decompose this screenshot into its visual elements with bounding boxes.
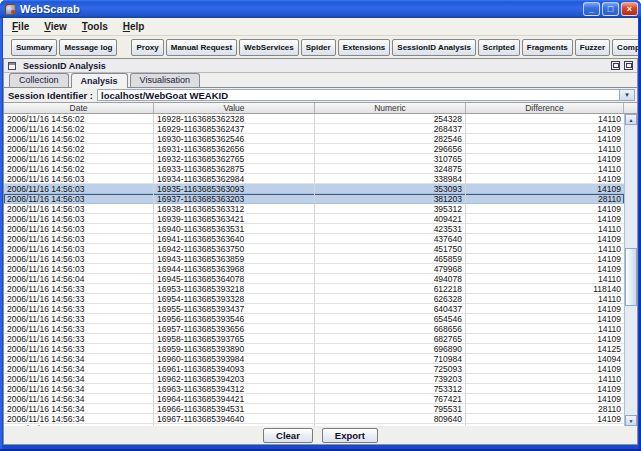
table-cell: 28110 <box>466 404 624 414</box>
vertical-scrollbar[interactable]: ▲ ▼ <box>624 114 637 426</box>
table-row[interactable]: 2006/11/16 14:56:0316934-116368536298433… <box>4 174 624 184</box>
table-row[interactable]: 2006/11/16 14:56:3416966-116368539453179… <box>4 404 624 414</box>
table-row[interactable]: 2006/11/16 14:56:3416962-116368539420373… <box>4 374 624 384</box>
table-row[interactable]: 2006/11/16 14:56:3416961-116368539409372… <box>4 364 624 374</box>
table-row[interactable]: 2006/11/16 14:56:0216931-116368536265629… <box>4 144 624 154</box>
action-button-bar: Clear Export <box>4 426 637 444</box>
table-row[interactable]: 2006/11/16 14:56:0316938-116368536331239… <box>4 204 624 214</box>
table-cell: 2006/11/16 14:56:03 <box>4 264 154 274</box>
toolbar-button-spider[interactable]: Spider <box>301 39 336 56</box>
toolbar-button-message-log[interactable]: Message log <box>59 39 117 56</box>
table-cell: 16931-1163685362656 <box>154 144 315 154</box>
table-row[interactable]: 2006/11/16 14:56:0316941-116368536364043… <box>4 234 624 244</box>
table-row[interactable]: 2006/11/16 14:56:3316957-116368539365666… <box>4 324 624 334</box>
title-bar[interactable]: WebScarab _ □ × <box>0 0 641 18</box>
table-row[interactable]: 2006/11/16 14:56:3416963-116368539431275… <box>4 384 624 394</box>
table-cell: 795531 <box>315 404 466 414</box>
toolbar-button-manual-request[interactable]: Manual Request <box>166 39 237 56</box>
table-cell: 2006/11/16 14:56:33 <box>4 324 154 334</box>
maximize-button[interactable]: □ <box>602 2 619 16</box>
chevron-down-icon[interactable]: ▼ <box>619 90 634 100</box>
table-row[interactable]: 2006/11/16 14:56:0316940-116368536353142… <box>4 224 624 234</box>
table-row[interactable]: 2006/11/16 14:56:0216928-116368536232825… <box>4 114 624 124</box>
export-button[interactable]: Export <box>322 428 378 443</box>
table-row[interactable]: 2006/11/16 14:56:3416964-116368539442176… <box>4 394 624 404</box>
table-cell: 451750 <box>315 244 466 254</box>
table-row[interactable]: 2006/11/16 14:56:3416960-116368539398471… <box>4 354 624 364</box>
table-cell: 14109 <box>466 264 624 274</box>
clear-button[interactable]: Clear <box>263 428 313 443</box>
table-row[interactable]: 2006/11/16 14:56:0316942-116368536375045… <box>4 244 624 254</box>
table-cell: 725093 <box>315 364 466 374</box>
scroll-up-icon[interactable]: ▲ <box>625 114 637 125</box>
table-row[interactable]: 2006/11/16 14:56:0416945-116368536407849… <box>4 274 624 284</box>
internal-frame-titlebar[interactable]: SessionID Analysis <box>4 59 637 73</box>
table-cell: 296656 <box>315 144 466 154</box>
tab-visualisation[interactable]: Visualisation <box>130 73 200 87</box>
session-identifier-combobox[interactable]: localhost/WebGoat WEAKID ▼ <box>97 89 635 101</box>
table-row[interactable]: 2006/11/16 14:56:0316944-116368536396847… <box>4 264 624 274</box>
menu-item-help[interactable]: Help <box>123 21 145 32</box>
table-row[interactable]: 2006/11/16 14:56:3316959-116368539389069… <box>4 344 624 354</box>
menu-item-tools[interactable]: Tools <box>82 21 108 32</box>
close-button[interactable]: × <box>621 2 638 16</box>
table-row[interactable]: 2006/11/16 14:56:0316943-116368536385946… <box>4 254 624 264</box>
table-cell: 2006/11/16 14:56:03 <box>4 254 154 264</box>
table-cell: 16939-1163685363421 <box>154 214 315 224</box>
table-row[interactable]: 2006/11/16 14:56:3416968-116368539475082… <box>4 424 624 426</box>
column-header-value[interactable]: Value <box>154 103 315 113</box>
table-row[interactable]: 2006/11/16 14:56:0216929-116368536243726… <box>4 124 624 134</box>
table-cell: 16954-1163685393328 <box>154 294 315 304</box>
scrollbar-thumb[interactable] <box>625 248 637 306</box>
table-row[interactable]: 2006/11/16 14:56:3316955-116368539343764… <box>4 304 624 314</box>
table-cell: 2006/11/16 14:56:02 <box>4 124 154 134</box>
table-cell: 2006/11/16 14:56:03 <box>4 174 154 184</box>
scroll-down-icon[interactable]: ▼ <box>625 415 637 426</box>
table-cell: 2006/11/16 14:56:02 <box>4 114 154 124</box>
toolbar-button-scripted[interactable]: Scripted <box>478 39 520 56</box>
toolbar-button-proxy[interactable]: Proxy <box>131 39 163 56</box>
menu-item-file[interactable]: File <box>12 21 29 32</box>
table-cell: 268437 <box>315 124 466 134</box>
menu-item-view[interactable]: View <box>44 21 67 32</box>
toolbar-button-compare[interactable]: Compare <box>612 39 638 56</box>
table-row[interactable]: 2006/11/16 14:56:3316954-116368539332862… <box>4 294 624 304</box>
table-row[interactable]: 2006/11/16 14:56:3316958-116368539376568… <box>4 334 624 344</box>
table-cell: 2006/11/16 14:56:34 <box>4 414 154 424</box>
frame-maximize-icon[interactable] <box>624 61 633 70</box>
table-cell: 16967-1163685394640 <box>154 414 315 424</box>
toolbar-button-fuzzer[interactable]: Fuzzer <box>575 39 610 56</box>
toolbar-button-sessionid-analysis[interactable]: SessionID Analysis <box>392 39 476 56</box>
table-cell: 14110 <box>466 164 624 174</box>
table-cell: 2006/11/16 14:56:34 <box>4 384 154 394</box>
table-row[interactable]: 2006/11/16 14:56:3316956-116368539354665… <box>4 314 624 324</box>
minimize-button[interactable]: _ <box>583 2 600 16</box>
table-row[interactable]: 2006/11/16 14:56:0216933-116368536287532… <box>4 164 624 174</box>
table-cell: 16945-1163685364078 <box>154 274 315 284</box>
table-row[interactable]: 2006/11/16 14:56:0216930-116368536254628… <box>4 134 624 144</box>
column-header-difference[interactable]: Difference <box>466 103 624 113</box>
table-cell: 809640 <box>315 414 466 424</box>
table-cell: 16944-1163685363968 <box>154 264 315 274</box>
toolbar-button-extensions[interactable]: Extensions <box>338 39 391 56</box>
sessionid-analysis-frame: SessionID Analysis CollectionAnalysisVis… <box>3 58 638 445</box>
toolbar-button-webservices[interactable]: WebServices <box>239 39 299 56</box>
tab-collection[interactable]: Collection <box>9 73 69 87</box>
frame-restore-icon[interactable] <box>611 61 620 70</box>
table-row[interactable]: 2006/11/16 14:56:3416967-116368539464080… <box>4 414 624 424</box>
tab-analysis[interactable]: Analysis <box>71 73 128 88</box>
table-row[interactable]: 2006/11/16 14:56:0216932-116368536276531… <box>4 154 624 164</box>
toolbar-button-fragments[interactable]: Fragments <box>522 39 573 56</box>
column-header-numeric[interactable]: Numeric <box>315 103 466 113</box>
table-cell: 2006/11/16 14:56:33 <box>4 334 154 344</box>
tab-bar: CollectionAnalysisVisualisation <box>4 73 637 88</box>
table-row[interactable]: 2006/11/16 14:56:0316937-116368536320338… <box>4 194 624 204</box>
menu-bar: FileViewToolsHelp <box>3 18 638 36</box>
column-header-date[interactable]: Date <box>4 103 154 113</box>
table-cell: 14110 <box>466 144 624 154</box>
table-row[interactable]: 2006/11/16 14:56:3316953-116368539321861… <box>4 284 624 294</box>
table-cell: 767421 <box>315 394 466 404</box>
table-row[interactable]: 2006/11/16 14:56:0316935-116368536309335… <box>4 184 624 194</box>
toolbar-button-summary[interactable]: Summary <box>11 39 57 56</box>
table-row[interactable]: 2006/11/16 14:56:0316939-116368536342140… <box>4 214 624 224</box>
